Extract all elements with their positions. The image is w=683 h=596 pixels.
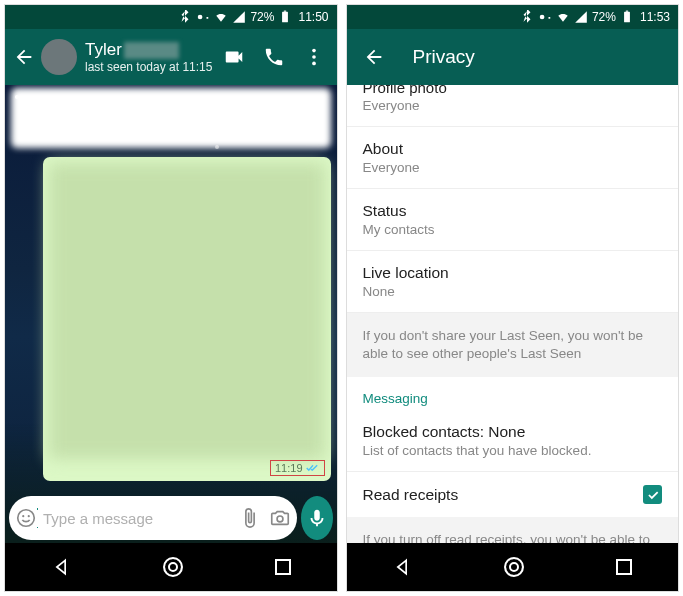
msg-time: 11:19 xyxy=(275,462,303,474)
svg-point-8 xyxy=(28,515,30,517)
chat-title-group[interactable]: Tyler last seen today at 11:15 xyxy=(85,40,223,75)
privacy-settings-list: Profile photo Everyone About Everyone St… xyxy=(347,85,679,543)
message-timestamp-highlighted: 11:19 xyxy=(270,460,325,476)
message-input[interactable] xyxy=(37,510,239,527)
nav-back-icon[interactable] xyxy=(392,557,412,577)
row-blocked-contacts[interactable]: Blocked contacts: None List of contacts … xyxy=(347,410,679,472)
row-status[interactable]: Status My contacts xyxy=(347,189,679,251)
row-live-location[interactable]: Live location None xyxy=(347,251,679,313)
emoji-icon[interactable] xyxy=(15,507,37,529)
clock: 11:50 xyxy=(298,10,328,24)
android-nav-left xyxy=(5,543,337,591)
incoming-message[interactable] xyxy=(11,88,331,148)
row-value: None xyxy=(363,284,663,299)
redacted-surname xyxy=(124,42,179,59)
row-label: Profile photo xyxy=(363,85,663,96)
svg-point-9 xyxy=(277,516,283,522)
svg-rect-1 xyxy=(283,12,289,23)
checkmark-icon xyxy=(646,488,660,502)
row-label: Live location xyxy=(363,264,663,282)
svg-rect-12 xyxy=(626,11,628,12)
svg-rect-2 xyxy=(284,11,286,12)
voice-call-icon[interactable] xyxy=(263,46,285,68)
nav-recent-icon[interactable] xyxy=(275,559,291,575)
last-seen-info: If you don't share your Last Seen, you w… xyxy=(347,313,679,377)
nav-home-icon[interactable] xyxy=(163,557,183,577)
phone-privacy: 72% 11:53 Privacy Profile photo Everyone… xyxy=(347,5,679,591)
wifi-icon xyxy=(214,10,228,24)
clock: 11:53 xyxy=(640,10,670,24)
row-label: Read receipts xyxy=(363,486,644,504)
battery-icon xyxy=(620,10,634,24)
android-nav-right xyxy=(347,543,679,591)
status-bar-left: 72% 11:50 xyxy=(5,5,337,29)
row-label: Status xyxy=(363,202,663,220)
row-value: Everyone xyxy=(363,160,663,175)
row-label: About xyxy=(363,140,663,158)
voice-record-button[interactable] xyxy=(301,496,333,540)
svg-point-10 xyxy=(540,15,545,20)
back-button[interactable] xyxy=(13,46,37,68)
last-seen: last seen today at 11:15 xyxy=(85,60,223,74)
chat-background: 11:19 xyxy=(5,85,337,543)
camera-icon[interactable] xyxy=(269,507,291,529)
page-title: Privacy xyxy=(413,46,475,68)
privacy-app-bar: Privacy xyxy=(347,29,679,85)
svg-point-6 xyxy=(18,510,35,527)
battery-text: 72% xyxy=(250,10,274,24)
svg-point-5 xyxy=(312,62,316,66)
battery-text: 72% xyxy=(592,10,616,24)
svg-point-3 xyxy=(312,49,316,53)
contact-name: Tyler xyxy=(85,40,122,59)
read-checkmarks-icon xyxy=(306,463,320,473)
key-icon xyxy=(196,10,210,24)
nav-recent-icon[interactable] xyxy=(616,559,632,575)
row-read-receipts[interactable]: Read receipts xyxy=(347,472,679,517)
chat-app-bar: Tyler last seen today at 11:15 xyxy=(5,29,337,85)
menu-icon[interactable] xyxy=(303,46,325,68)
row-value: Everyone xyxy=(363,98,663,113)
signal-icon xyxy=(232,10,246,24)
row-about[interactable]: About Everyone xyxy=(347,127,679,189)
key-icon xyxy=(538,10,552,24)
svg-point-0 xyxy=(198,15,203,20)
bluetooth-icon xyxy=(520,10,534,24)
nav-home-icon[interactable] xyxy=(504,557,524,577)
signal-icon xyxy=(574,10,588,24)
back-arrow-icon[interactable] xyxy=(363,46,385,68)
svg-point-7 xyxy=(22,515,24,517)
row-value: List of contacts that you have blocked. xyxy=(363,443,663,458)
row-label: Blocked contacts: None xyxy=(363,423,663,441)
row-value: My contacts xyxy=(363,222,663,237)
message-input-pill xyxy=(9,496,297,540)
svg-point-4 xyxy=(312,55,316,59)
phone-chat: 72% 11:50 Tyler last seen today at 11:15… xyxy=(5,5,337,591)
section-messaging: Messaging xyxy=(347,377,679,410)
outgoing-message[interactable]: 11:19 xyxy=(43,157,331,481)
message-input-bar xyxy=(9,495,333,541)
read-receipts-info: If you turn off read receipts, you won't… xyxy=(347,517,679,543)
battery-icon xyxy=(278,10,292,24)
status-bar-right: 72% 11:53 xyxy=(347,5,679,29)
attach-icon[interactable] xyxy=(239,507,261,529)
wifi-icon xyxy=(556,10,570,24)
video-call-icon[interactable] xyxy=(223,46,245,68)
contact-avatar[interactable] xyxy=(41,39,77,75)
row-profile-photo[interactable]: Profile photo Everyone xyxy=(347,85,679,127)
nav-back-icon[interactable] xyxy=(51,557,71,577)
svg-rect-11 xyxy=(624,12,630,23)
bluetooth-icon xyxy=(178,10,192,24)
read-receipts-checkbox[interactable] xyxy=(643,485,662,504)
